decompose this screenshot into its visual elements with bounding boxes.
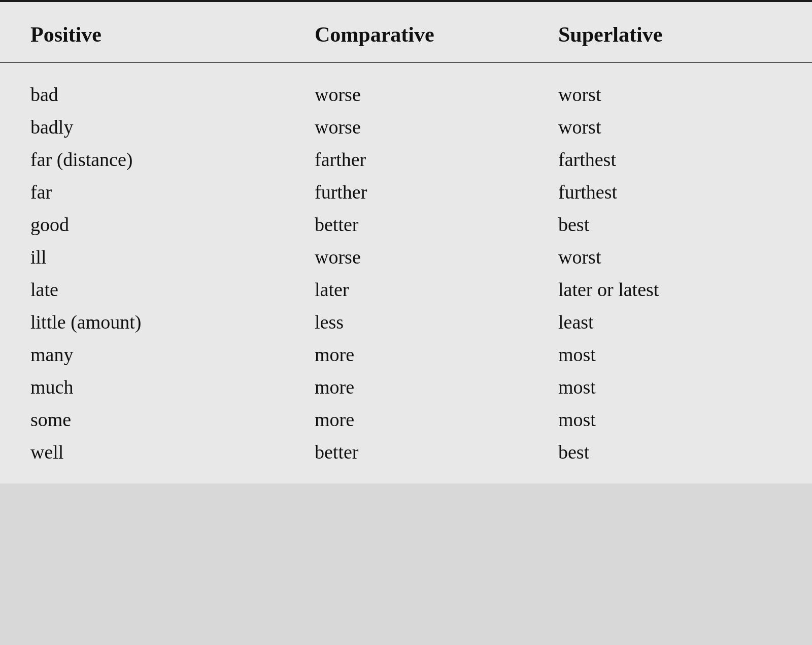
- table-row: illworseworst: [0, 241, 812, 273]
- cell-superlative: worst: [528, 111, 812, 143]
- cell-positive: little (amount): [0, 306, 284, 338]
- table-row: wellbetterbest: [0, 436, 812, 483]
- cell-superlative: worst: [528, 62, 812, 111]
- cell-positive: badly: [0, 111, 284, 143]
- table-row: badlyworseworst: [0, 111, 812, 143]
- table-row: muchmoremost: [0, 371, 812, 403]
- cell-comparative: better: [284, 208, 528, 241]
- cell-comparative: better: [284, 436, 528, 483]
- cell-positive: some: [0, 403, 284, 436]
- table-row: little (amount)lessleast: [0, 306, 812, 338]
- cell-positive: many: [0, 338, 284, 371]
- cell-comparative: less: [284, 306, 528, 338]
- cell-comparative: farther: [284, 143, 528, 176]
- cell-positive: good: [0, 208, 284, 241]
- cell-superlative: most: [528, 371, 812, 403]
- header-comparative: Comparative: [284, 2, 528, 62]
- cell-positive: much: [0, 371, 284, 403]
- adjective-table: Positive Comparative Superlative badwors…: [0, 2, 812, 483]
- cell-comparative: more: [284, 338, 528, 371]
- cell-comparative: worse: [284, 241, 528, 273]
- cell-comparative: later: [284, 273, 528, 306]
- cell-comparative: more: [284, 403, 528, 436]
- table-body: badworseworstbadlyworseworstfar (distanc…: [0, 62, 812, 483]
- cell-positive: bad: [0, 62, 284, 111]
- cell-positive: well: [0, 436, 284, 483]
- main-container: Positive Comparative Superlative badwors…: [0, 0, 812, 483]
- cell-superlative: best: [528, 208, 812, 241]
- cell-comparative: worse: [284, 62, 528, 111]
- table-row: goodbetterbest: [0, 208, 812, 241]
- cell-comparative: further: [284, 176, 528, 208]
- cell-superlative: worst: [528, 241, 812, 273]
- header-superlative: Superlative: [528, 2, 812, 62]
- table-row: far (distance)fartherfarthest: [0, 143, 812, 176]
- cell-positive: late: [0, 273, 284, 306]
- cell-superlative: most: [528, 338, 812, 371]
- cell-superlative: farthest: [528, 143, 812, 176]
- table-row: farfurtherfurthest: [0, 176, 812, 208]
- header-row: Positive Comparative Superlative: [0, 2, 812, 62]
- cell-superlative: best: [528, 436, 812, 483]
- cell-superlative: furthest: [528, 176, 812, 208]
- table-row: manymoremost: [0, 338, 812, 371]
- cell-superlative: later or latest: [528, 273, 812, 306]
- table-row: badworseworst: [0, 62, 812, 111]
- table-row: somemoremost: [0, 403, 812, 436]
- cell-superlative: least: [528, 306, 812, 338]
- cell-positive: far (distance): [0, 143, 284, 176]
- header-positive: Positive: [0, 2, 284, 62]
- cell-comparative: worse: [284, 111, 528, 143]
- cell-positive: ill: [0, 241, 284, 273]
- table-row: latelaterlater or latest: [0, 273, 812, 306]
- cell-superlative: most: [528, 403, 812, 436]
- cell-positive: far: [0, 176, 284, 208]
- cell-comparative: more: [284, 371, 528, 403]
